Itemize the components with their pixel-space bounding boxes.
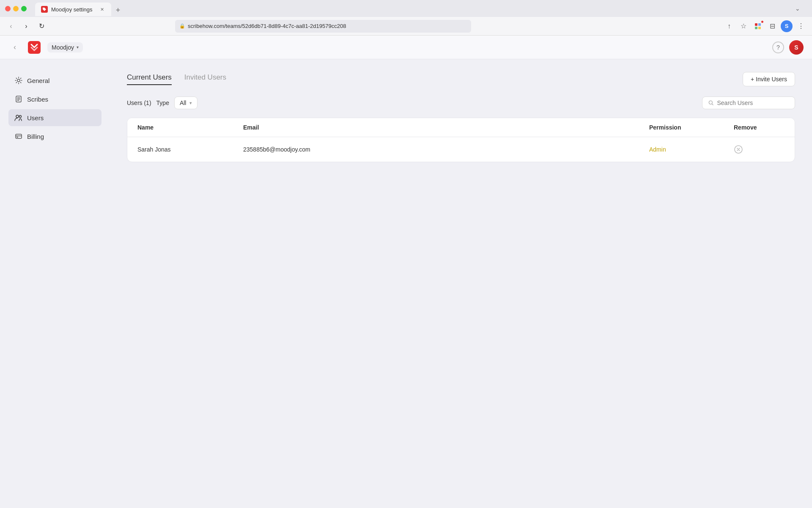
users-table: Name Email Permission Remove Sarah Jonas… (127, 118, 795, 162)
close-window-button[interactable] (5, 6, 11, 11)
toolbar-actions: ↑ ☆ ⊟ S ⋮ (723, 20, 807, 32)
active-tab[interactable]: Moodjoy settings ✕ (35, 3, 111, 16)
browser-titlebar: Moodjoy settings ✕ + ⌄ (0, 0, 812, 17)
users-icon (14, 113, 23, 122)
sidebar-item-scribes[interactable]: Scribes (8, 91, 102, 108)
sidebar-item-general-label: General (27, 77, 49, 84)
reload-nav-button[interactable]: ↻ (36, 20, 47, 32)
table-header-name: Name (137, 124, 243, 131)
sidebar-item-general[interactable]: General (8, 72, 102, 89)
tabs-row: Current Users Invited Users + Invite Use… (127, 72, 795, 86)
user-name: Sarah Jonas (137, 146, 243, 153)
users-count-label: Users (1) (127, 99, 151, 106)
svg-point-7 (16, 115, 19, 118)
share-button[interactable]: ↑ (723, 20, 735, 32)
traffic-lights (5, 6, 27, 11)
svg-rect-3 (758, 27, 761, 29)
lock-icon: 🔒 (179, 23, 185, 29)
forward-nav-button[interactable]: › (20, 20, 32, 32)
sidebar-item-billing-label: Billing (27, 133, 44, 140)
svg-point-11 (709, 101, 712, 104)
back-nav-button[interactable]: ‹ (5, 20, 17, 32)
tab-invited-users[interactable]: Invited Users (184, 73, 226, 85)
sidebar-toggle-button[interactable]: ⊟ (766, 20, 778, 32)
app: ‹ Moodjoy ▾ ? S (0, 36, 812, 493)
user-permission: Admin (649, 146, 734, 153)
svg-point-8 (19, 116, 22, 118)
sidebar-item-billing[interactable]: Billing (8, 128, 102, 145)
tab-title: Moodjoy settings (51, 6, 93, 13)
svg-rect-9 (16, 134, 22, 138)
table-header-email: Email (243, 124, 649, 131)
workspace-chevron-icon: ▾ (77, 45, 79, 50)
minimize-window-button[interactable] (13, 6, 19, 11)
table-header: Name Email Permission Remove (127, 118, 795, 137)
tab-close-button[interactable]: ✕ (99, 6, 105, 13)
search-users-field[interactable] (702, 97, 795, 109)
sidebar-item-users[interactable]: Users (8, 109, 102, 126)
user-email: 235885b6@moodjoy.com (243, 146, 649, 153)
sidebar-item-scribes-label: Scribes (27, 96, 48, 103)
sidebar: General Scribes (0, 59, 110, 493)
menu-button[interactable]: ⋮ (795, 20, 807, 32)
window-expand-button[interactable]: ⌄ (792, 3, 804, 14)
svg-rect-1 (758, 23, 761, 26)
sidebar-item-users-label: Users (27, 114, 44, 121)
browser-chrome: Moodjoy settings ✕ + ⌄ ‹ › ↻ 🔒 scribehow… (0, 0, 812, 36)
remove-icon (734, 145, 743, 154)
new-tab-button[interactable]: + (112, 4, 124, 16)
type-select-chevron-icon: ▾ (189, 100, 192, 106)
invite-users-button[interactable]: + Invite Users (743, 72, 795, 86)
gear-icon (14, 76, 23, 85)
type-select-value: All (180, 99, 187, 106)
maximize-window-button[interactable] (21, 6, 27, 11)
type-filter-label: Type (156, 99, 169, 106)
tab-current-users[interactable]: Current Users (127, 73, 172, 85)
svg-rect-2 (755, 27, 757, 29)
app-header: ‹ Moodjoy ▾ ? S (0, 36, 812, 59)
table-row: Sarah Jonas 235885b6@moodjoy.com Admin (127, 137, 795, 162)
bookmark-button[interactable]: ☆ (738, 20, 749, 32)
workspace-name: Moodjoy (52, 44, 74, 51)
header-actions: ? S (772, 40, 804, 55)
svg-rect-0 (755, 23, 757, 26)
tab-bar: Moodjoy settings ✕ + (35, 1, 788, 16)
table-header-remove: Remove (734, 124, 785, 131)
help-button[interactable]: ? (772, 41, 784, 53)
document-icon (14, 95, 23, 103)
extensions-button[interactable] (752, 20, 764, 32)
app-back-button[interactable]: ‹ (8, 41, 21, 54)
workspace-selector[interactable]: Moodjoy ▾ (47, 42, 83, 52)
scribehow-logo-icon (28, 41, 41, 54)
filter-row: Users (1) Type All ▾ (127, 97, 795, 109)
table-header-permission: Permission (649, 124, 734, 131)
app-logo (28, 41, 41, 54)
tab-favicon (41, 6, 48, 13)
svg-rect-10 (16, 137, 18, 138)
type-select[interactable]: All ▾ (174, 97, 198, 109)
remove-user-cell (734, 145, 785, 154)
card-icon (14, 132, 23, 141)
browser-toolbar: ‹ › ↻ 🔒 scribehow.com/teams/52d6db71-8d8… (0, 17, 812, 36)
svg-point-5 (17, 79, 20, 82)
user-avatar[interactable]: S (789, 40, 804, 55)
remove-user-button[interactable] (734, 145, 785, 154)
search-icon (708, 100, 713, 106)
app-body: General Scribes (0, 59, 812, 493)
address-text: scribehow.com/teams/52d6db71-8d89-4c7c-a… (188, 23, 346, 29)
address-bar[interactable]: 🔒 scribehow.com/teams/52d6db71-8d89-4c7c… (175, 20, 471, 33)
search-users-input[interactable] (717, 99, 789, 106)
main-content: Current Users Invited Users + Invite Use… (110, 59, 812, 493)
browser-profile-button[interactable]: S (781, 20, 793, 32)
